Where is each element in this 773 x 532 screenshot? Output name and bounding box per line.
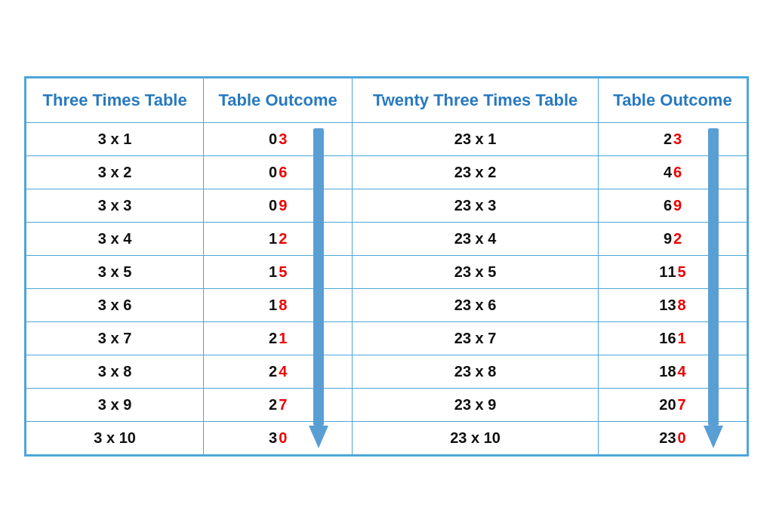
expr-three: 3 x 6 [26, 288, 204, 321]
header-outcome-2: Table Outcome [599, 78, 747, 122]
outcome-twentythree: 46 [599, 155, 747, 189]
expr-twentythree: 23 x 4 [353, 222, 599, 255]
outcome-three: 12 [204, 222, 353, 255]
expr-twentythree: 23 x 8 [353, 355, 599, 388]
expr-twentythree: 23 x 1 [353, 122, 599, 155]
outcome-twentythree: 115 [599, 255, 747, 288]
table-row: 3 x 20623 x 246 [26, 155, 747, 189]
header-twenty-three-times: Twenty Three Times Table [353, 78, 599, 122]
outcome-twentythree: 207 [599, 388, 747, 421]
times-table-container: Three Times Table Table Outcome Twenty T… [24, 76, 749, 457]
table-row: 3 x 30923 x 369 [26, 189, 747, 222]
outcome-twentythree: 184 [599, 355, 747, 388]
expr-three: 3 x 1 [26, 122, 204, 155]
outcome-three: 18 [204, 288, 353, 321]
outcome-twentythree: 92 [599, 222, 747, 255]
expr-three: 3 x 2 [26, 155, 204, 189]
table-row: 3 x 41223 x 492 [26, 222, 747, 255]
outcome-twentythree: 161 [599, 321, 747, 355]
outcome-three: 21 [204, 321, 353, 355]
outcome-twentythree: 138 [599, 288, 747, 321]
header-three-times: Three Times Table [26, 78, 204, 122]
outcome-twentythree: 23 [599, 122, 747, 155]
expr-twentythree: 23 x 6 [353, 288, 599, 321]
expr-three: 3 x 8 [26, 355, 204, 388]
table-row: 3 x 10323 x 123 [26, 122, 747, 155]
expr-twentythree: 23 x 10 [353, 421, 599, 454]
outcome-three: 06 [204, 155, 353, 189]
table-row: 3 x 82423 x 8184 [26, 355, 747, 388]
expr-three: 3 x 4 [26, 222, 204, 255]
table-row: 3 x 61823 x 6138 [26, 288, 747, 321]
expr-three: 3 x 9 [26, 388, 204, 421]
expr-three: 3 x 5 [26, 255, 204, 288]
outcome-three: 27 [204, 388, 353, 421]
table-row: 3 x 103023 x 10230 [26, 421, 747, 454]
outcome-three: 03 [204, 122, 353, 155]
expr-twentythree: 23 x 7 [353, 321, 599, 355]
outcome-twentythree: 69 [599, 189, 747, 222]
table-row: 3 x 51523 x 5115 [26, 255, 747, 288]
outcome-three: 24 [204, 355, 353, 388]
outcome-three: 15 [204, 255, 353, 288]
expr-twentythree: 23 x 5 [353, 255, 599, 288]
outcome-three: 30 [204, 421, 353, 454]
table-row: 3 x 72123 x 7161 [26, 321, 747, 355]
expr-three: 3 x 3 [26, 189, 204, 222]
header-outcome-1: Table Outcome [204, 78, 353, 122]
table-row: 3 x 92723 x 9207 [26, 388, 747, 421]
expr-three: 3 x 7 [26, 321, 204, 355]
outcome-twentythree: 230 [599, 421, 747, 454]
outcome-three: 09 [204, 189, 353, 222]
expr-twentythree: 23 x 2 [353, 155, 599, 189]
expr-three: 3 x 10 [26, 421, 204, 454]
expr-twentythree: 23 x 3 [353, 189, 599, 222]
expr-twentythree: 23 x 9 [353, 388, 599, 421]
